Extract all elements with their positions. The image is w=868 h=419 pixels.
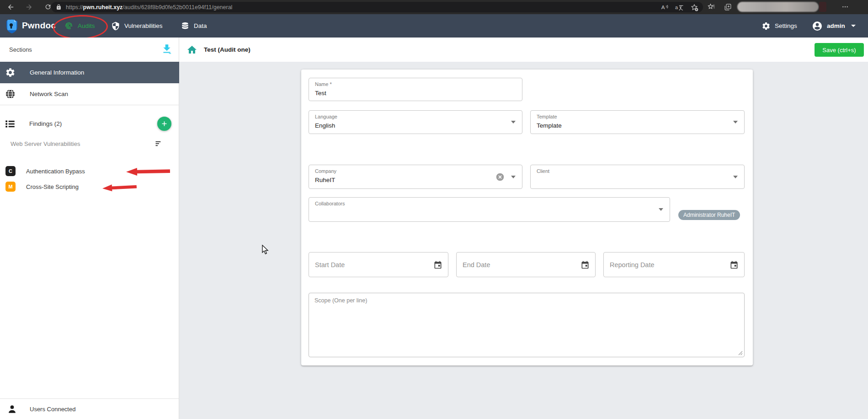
chevron-down-icon[interactable] (659, 208, 663, 211)
url-path: /audits/628f8b9d0fe52b0011e94f11/general (122, 4, 232, 11)
save-button[interactable]: Save (ctrl+s) (815, 43, 864, 57)
name-field-label: Name * (315, 81, 332, 87)
reporting-date-placeholder: Reporting Date (610, 261, 655, 269)
language-label: Language (315, 114, 337, 119)
collaborators-label: Collaborators (315, 201, 345, 206)
nav-item-vulnerabilities[interactable]: Vulnerabilities (111, 14, 163, 38)
name-field-value: Test (315, 90, 326, 97)
sidebar-title: Sections (9, 46, 32, 53)
forward-arrow-icon (25, 3, 33, 11)
resize-handle[interactable] (738, 350, 743, 355)
reporting-date-field[interactable]: Reporting Date (603, 252, 745, 277)
collections-icon (724, 3, 732, 11)
finding-label: Authentication Bypass (26, 168, 85, 175)
company-label: Company (315, 168, 336, 174)
home-icon[interactable] (186, 44, 197, 55)
calendar-icon[interactable] (730, 260, 739, 269)
settings-label: Settings (775, 14, 797, 38)
brand-title: Pwndoc (22, 21, 56, 31)
start-date-field[interactable]: Start Date (309, 252, 448, 277)
browser-back-button[interactable] (5, 1, 16, 13)
download-icon (161, 43, 173, 55)
template-value: Template (537, 122, 562, 129)
gear-icon (5, 67, 16, 78)
clear-circle-icon (495, 172, 505, 182)
findings-header-label: Findings (2) (29, 120, 62, 127)
language-value: English (315, 122, 335, 129)
add-favorite-icon[interactable] (690, 3, 698, 11)
profile-blurred-area[interactable] (737, 2, 819, 12)
chevron-down-icon[interactable] (733, 121, 738, 124)
chevron-down-icon[interactable] (511, 121, 516, 124)
user-menu[interactable]: admin (812, 14, 856, 38)
template-label: Template (537, 114, 557, 119)
app-navbar: Pwndoc Audits Vulnerabilities (0, 14, 868, 38)
ellipsis-icon (841, 3, 849, 11)
add-finding-button[interactable] (157, 117, 171, 131)
sidebar-item-label: Network Scan (30, 91, 68, 97)
finding-label: Cross-Site Scripting (26, 183, 79, 190)
sidebar-item-general-information[interactable]: General Information (0, 62, 179, 83)
calendar-icon[interactable] (580, 260, 590, 269)
nav-item-data[interactable]: Data (181, 14, 207, 38)
url-text: https://pwn.ruheit.xyz/audits/628f8b9d0f… (66, 4, 232, 11)
sort-findings-button[interactable] (154, 139, 164, 150)
sort-icon (154, 139, 164, 148)
globe-icon (5, 89, 16, 99)
settings-button[interactable]: Settings (761, 14, 797, 38)
name-field[interactable]: Name * Test (309, 78, 522, 101)
scope-placeholder: Scope (One per line) (314, 297, 367, 304)
scope-textarea[interactable]: Scope (One per line) (309, 293, 745, 357)
calendar-icon[interactable] (433, 260, 442, 269)
account-circle-icon (812, 21, 823, 32)
user-label: admin (827, 14, 845, 38)
gear-icon (761, 21, 771, 31)
client-label: Client (537, 168, 549, 174)
url-scheme: https:// (66, 4, 83, 11)
language-select[interactable]: Language English (309, 110, 522, 134)
browser-menu-button[interactable] (839, 1, 851, 13)
person-icon (6, 403, 18, 415)
favorites-bar-button[interactable] (705, 1, 717, 13)
finding-row-cross-site-scripting[interactable]: M Cross-Site Scripting (0, 180, 179, 193)
favorites-star-icon (707, 3, 715, 11)
download-report-button[interactable] (161, 43, 173, 57)
collections-button[interactable] (722, 1, 734, 13)
nav-data-label: Data (194, 14, 207, 38)
sidebar-item-label: General Information (30, 69, 84, 76)
shield-icon (111, 21, 120, 31)
end-date-placeholder: End Date (463, 261, 490, 269)
chevron-down-icon[interactable] (511, 176, 516, 178)
translate-icon[interactable]: a (675, 4, 684, 11)
clear-company-button[interactable] (495, 172, 505, 183)
read-aloud-icon[interactable]: A (660, 4, 669, 11)
finding-category-label: Web Server Vulnerabilities (11, 140, 80, 147)
company-select[interactable]: Company RuheIT (309, 165, 522, 189)
client-select[interactable]: Client (530, 165, 745, 189)
plus-icon (161, 120, 168, 127)
lock-icon (56, 4, 62, 10)
address-bar[interactable]: https://pwn.ruheit.xyz/audits/628f8b9d0f… (51, 2, 703, 12)
content-area: Name * Test Language English Template Te… (179, 62, 868, 419)
url-host: pwn.ruheit.xyz (83, 4, 123, 11)
severity-badge: C (5, 166, 16, 176)
company-value: RuheIT (315, 177, 335, 183)
nav-vulnerabilities-label: Vulnerabilities (124, 14, 163, 38)
refresh-icon (44, 3, 52, 11)
template-select[interactable]: Template Template (530, 110, 745, 134)
severity-badge: M (5, 182, 16, 192)
sidebar-sections: Sections General Information Network Sca… (0, 38, 179, 419)
pwndoc-audit-page: { "browser": { "url": { "prefix": "https… (0, 0, 868, 419)
svg-text:a: a (675, 5, 678, 10)
users-connected-row: Users Connected (0, 398, 179, 419)
chevron-down-icon (851, 25, 856, 27)
chevron-down-icon[interactable] (733, 176, 738, 178)
end-date-field[interactable]: End Date (456, 252, 596, 277)
sidebar-item-network-scan[interactable]: Network Scan (0, 83, 179, 105)
collaborators-select[interactable]: Collaborators (309, 197, 670, 222)
collaborator-chip[interactable]: Administrator RuheIT (678, 210, 740, 220)
browser-forward-button[interactable] (23, 1, 35, 13)
start-date-placeholder: Start Date (315, 261, 345, 269)
sidebar-item-findings[interactable]: Findings (2) (0, 112, 179, 135)
svg-text:A: A (661, 4, 665, 10)
